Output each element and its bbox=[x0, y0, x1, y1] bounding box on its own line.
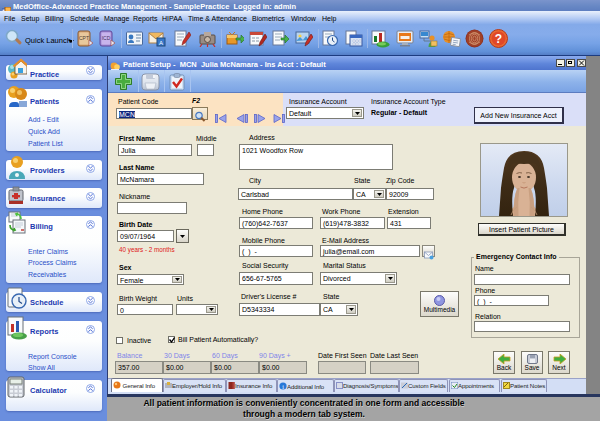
svg-text:CPT: CPT bbox=[79, 35, 89, 41]
svg-text:?: ? bbox=[495, 32, 502, 46]
svg-text:ICD: ICD bbox=[102, 35, 111, 41]
svg-text:A: A bbox=[159, 40, 163, 46]
